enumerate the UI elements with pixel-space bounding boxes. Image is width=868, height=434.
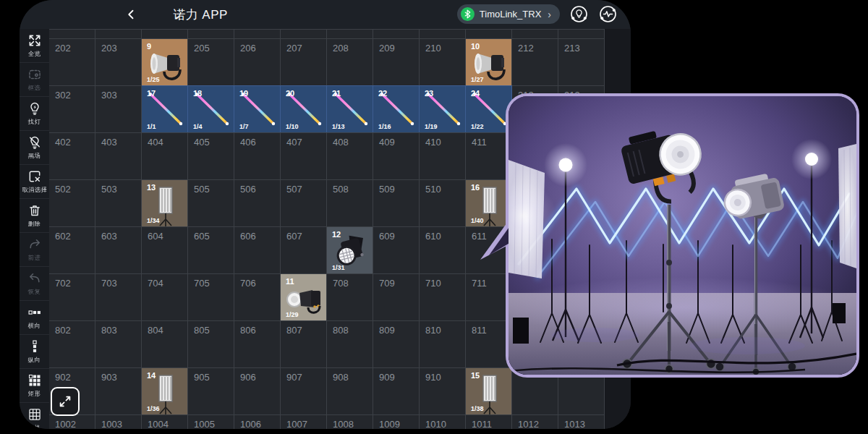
light-cell-15[interactable]: 151/38 — [466, 367, 512, 415]
grid-cell-410[interactable]: 410 — [420, 132, 466, 180]
grid-cell-empty[interactable] — [373, 29, 420, 39]
grid-cell-empty[interactable] — [95, 29, 142, 39]
grid-cell-507[interactable]: 507 — [281, 179, 327, 227]
sidebar-item-delete[interactable]: 删除 — [20, 198, 49, 232]
grid-cell-510[interactable]: 510 — [420, 179, 466, 227]
grid-cell-207[interactable]: 207 — [281, 38, 327, 86]
grid-cell-906[interactable]: 906 — [234, 367, 281, 415]
light-bulb-network-icon[interactable] — [569, 4, 589, 24]
light-cell-18[interactable]: 181/4 — [188, 85, 234, 133]
light-cell-23[interactable]: 231/19 — [420, 85, 466, 133]
grid-cell-805[interactable]: 805 — [188, 320, 234, 368]
grid-cell-1011[interactable]: 1011 — [466, 414, 512, 429]
grid-cell-210[interactable]: 210 — [420, 38, 466, 86]
grid-cell-208[interactable]: 208 — [327, 38, 373, 86]
grid-cell-1006[interactable]: 1006 — [234, 414, 281, 429]
grid-cell-203[interactable]: 203 — [95, 38, 142, 86]
grid-cell-empty[interactable] — [49, 29, 95, 39]
light-cell-17[interactable]: 171/1 — [142, 85, 188, 133]
sidebar-item-horizontal[interactable]: 横向 — [20, 300, 49, 334]
grid-cell-505[interactable]: 505 — [188, 179, 234, 227]
grid-cell-404[interactable]: 404 — [142, 132, 188, 180]
light-cell-13[interactable]: 131/34 — [142, 179, 188, 227]
grid-cell-1012[interactable]: 1012 — [512, 414, 558, 429]
grid-cell-1002[interactable]: 1002 — [49, 414, 95, 429]
grid-cell-502[interactable]: 502 — [49, 179, 95, 227]
grid-cell-212[interactable]: 212 — [512, 38, 558, 86]
grid-cell-209[interactable]: 209 — [373, 38, 420, 86]
light-cell-21[interactable]: 211/13 — [327, 85, 373, 133]
grid-cell-607[interactable]: 607 — [281, 226, 327, 274]
grid-cell-603[interactable]: 603 — [95, 226, 142, 274]
grid-cell-empty[interactable] — [234, 29, 281, 39]
grid-cell-empty[interactable] — [281, 29, 327, 39]
grid-cell-205[interactable]: 205 — [188, 38, 234, 86]
grid-cell-empty[interactable] — [466, 29, 512, 39]
grid-cell-303[interactable]: 303 — [95, 85, 142, 133]
grid-cell-509[interactable]: 509 — [373, 179, 420, 227]
grid-cell-706[interactable]: 706 — [234, 273, 281, 321]
grid-cell-1008[interactable]: 1008 — [327, 414, 373, 429]
grid-cell-702[interactable]: 702 — [49, 273, 95, 321]
light-cell-9[interactable]: 91/25 — [142, 38, 188, 86]
light-cell-19[interactable]: 191/7 — [234, 85, 281, 133]
grid-cell-803[interactable]: 803 — [95, 320, 142, 368]
grid-cell-903[interactable]: 903 — [95, 367, 142, 415]
activity-wave-icon[interactable] — [598, 4, 618, 24]
grid-cell-909[interactable]: 909 — [373, 367, 420, 415]
grid-cell-703[interactable]: 703 — [95, 273, 142, 321]
grid-cell-empty[interactable] — [512, 29, 558, 39]
grid-cell-empty[interactable] — [142, 29, 188, 39]
sidebar-item-blackout[interactable]: 黑场 — [20, 130, 49, 164]
sidebar-item-full-view[interactable]: 全览 — [20, 29, 49, 62]
grid-cell-empty[interactable] — [558, 29, 605, 39]
grid-cell-empty[interactable] — [188, 29, 234, 39]
connection-device-button[interactable]: TimoLink_TRX › — [457, 4, 560, 24]
grid-cell-409[interactable]: 409 — [373, 132, 420, 180]
grid-cell-709[interactable]: 709 — [373, 273, 420, 321]
light-cell-14[interactable]: 141/36 — [142, 367, 188, 415]
grid-cell-807[interactable]: 807 — [281, 320, 327, 368]
grid-cell-405[interactable]: 405 — [188, 132, 234, 180]
grid-cell-206[interactable]: 206 — [234, 38, 281, 86]
grid-cell-302[interactable]: 302 — [49, 85, 95, 133]
grid-cell-802[interactable]: 802 — [49, 320, 95, 368]
grid-cell-704[interactable]: 704 — [142, 273, 188, 321]
sidebar-item-deselect[interactable]: 取消选择 — [20, 164, 49, 198]
sidebar-item-rectangle[interactable]: 矩形 — [20, 368, 49, 402]
grid-cell-810[interactable]: 810 — [420, 320, 466, 368]
light-cell-22[interactable]: 221/16 — [373, 85, 420, 133]
grid-cell-1005[interactable]: 1005 — [188, 414, 234, 429]
grid-cell-empty[interactable] — [420, 29, 466, 39]
grid-cell-1009[interactable]: 1009 — [373, 414, 420, 429]
grid-cell-705[interactable]: 705 — [188, 273, 234, 321]
grid-cell-602[interactable]: 602 — [49, 226, 95, 274]
light-cell-20[interactable]: 201/10 — [281, 85, 327, 133]
grid-cell-503[interactable]: 503 — [95, 179, 142, 227]
grid-cell-1013[interactable]: 1013 — [558, 414, 605, 429]
grid-cell-609[interactable]: 609 — [373, 226, 420, 274]
light-cell-12[interactable]: 121/31 — [327, 226, 373, 274]
grid-cell-910[interactable]: 910 — [420, 367, 466, 415]
grid-cell-406[interactable]: 406 — [234, 132, 281, 180]
grid-cell-604[interactable]: 604 — [142, 226, 188, 274]
grid-cell-1007[interactable]: 1007 — [281, 414, 327, 429]
grid-cell-804[interactable]: 804 — [142, 320, 188, 368]
sidebar-item-vertical[interactable]: 纵向 — [20, 334, 49, 368]
grid-cell-506[interactable]: 506 — [234, 179, 281, 227]
grid-cell-402[interactable]: 402 — [49, 132, 95, 180]
grid-cell-1004[interactable]: 1004 — [142, 414, 188, 429]
grid-cell-708[interactable]: 708 — [327, 273, 373, 321]
grid-cell-1010[interactable]: 1010 — [420, 414, 466, 429]
light-cell-11[interactable]: 111/29 — [281, 273, 327, 321]
grid-cell-908[interactable]: 908 — [327, 367, 373, 415]
grid-cell-202[interactable]: 202 — [49, 38, 95, 86]
grid-cell-710[interactable]: 710 — [420, 273, 466, 321]
grid-cell-empty[interactable] — [327, 29, 373, 39]
light-cell-10[interactable]: 101/27 — [466, 38, 512, 86]
grid-cell-905[interactable]: 905 — [188, 367, 234, 415]
resize-button[interactable] — [51, 387, 80, 416]
grid-cell-806[interactable]: 806 — [234, 320, 281, 368]
sidebar-item-find-light[interactable]: 找灯 — [20, 96, 49, 130]
grid-cell-213[interactable]: 213 — [558, 38, 605, 86]
